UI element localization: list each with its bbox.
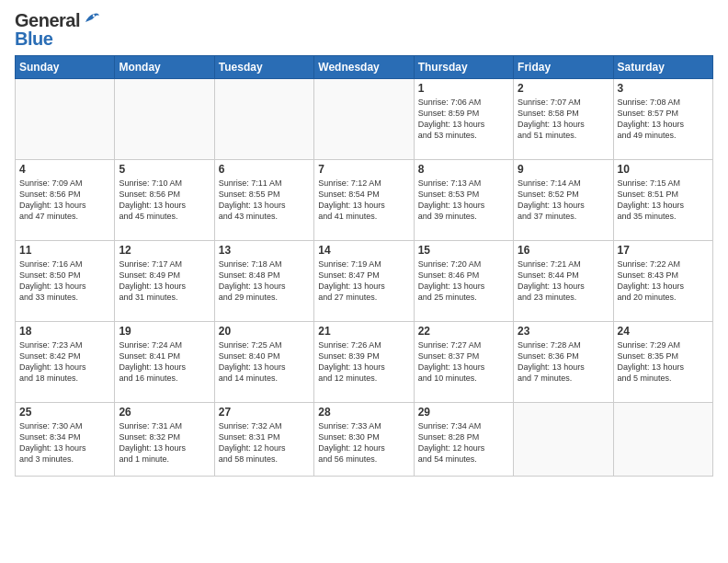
logo-bird-icon <box>83 11 99 28</box>
day-info: Sunrise: 7:16 AM Sunset: 8:50 PM Dayligh… <box>19 259 110 304</box>
calendar-cell: 10Sunrise: 7:15 AM Sunset: 8:51 PM Dayli… <box>613 160 712 241</box>
day-info: Sunrise: 7:19 AM Sunset: 8:47 PM Dayligh… <box>318 259 409 304</box>
calendar-cell: 18Sunrise: 7:23 AM Sunset: 8:42 PM Dayli… <box>16 322 115 403</box>
calendar-cell: 2Sunrise: 7:07 AM Sunset: 8:58 PM Daylig… <box>514 79 613 160</box>
day-number: 5 <box>119 163 210 176</box>
day-info: Sunrise: 7:21 AM Sunset: 8:44 PM Dayligh… <box>518 259 609 304</box>
day-info: Sunrise: 7:09 AM Sunset: 8:56 PM Dayligh… <box>19 178 110 223</box>
calendar-cell: 22Sunrise: 7:27 AM Sunset: 8:37 PM Dayli… <box>414 322 513 403</box>
day-number: 24 <box>618 325 709 338</box>
calendar-cell: 13Sunrise: 7:18 AM Sunset: 8:48 PM Dayli… <box>214 241 313 322</box>
day-number: 29 <box>418 406 509 419</box>
day-number: 28 <box>318 406 409 419</box>
header-friday: Friday <box>514 56 613 79</box>
day-info: Sunrise: 7:25 AM Sunset: 8:40 PM Dayligh… <box>219 339 310 385</box>
day-number: 18 <box>19 325 110 338</box>
calendar-cell <box>115 79 214 160</box>
day-info: Sunrise: 7:33 AM Sunset: 8:30 PM Dayligh… <box>318 420 409 465</box>
day-info: Sunrise: 7:22 AM Sunset: 8:43 PM Dayligh… <box>618 259 709 304</box>
calendar-cell: 11Sunrise: 7:16 AM Sunset: 8:50 PM Dayli… <box>16 241 115 322</box>
calendar-cell: 16Sunrise: 7:21 AM Sunset: 8:44 PM Dayli… <box>514 241 613 322</box>
day-info: Sunrise: 7:20 AM Sunset: 8:46 PM Dayligh… <box>418 259 509 304</box>
calendar-cell: 8Sunrise: 7:13 AM Sunset: 8:53 PM Daylig… <box>414 160 513 241</box>
calendar-cell: 20Sunrise: 7:25 AM Sunset: 8:40 PM Dayli… <box>214 322 313 403</box>
day-info: Sunrise: 7:07 AM Sunset: 8:58 PM Dayligh… <box>518 97 609 142</box>
day-number: 3 <box>618 82 709 95</box>
day-info: Sunrise: 7:15 AM Sunset: 8:51 PM Dayligh… <box>618 178 709 223</box>
calendar-cell: 17Sunrise: 7:22 AM Sunset: 8:43 PM Dayli… <box>613 241 712 322</box>
logo-general: General <box>15 11 99 29</box>
week-row-4: 18Sunrise: 7:23 AM Sunset: 8:42 PM Dayli… <box>16 322 713 403</box>
calendar-cell: 26Sunrise: 7:31 AM Sunset: 8:32 PM Dayli… <box>115 403 214 477</box>
calendar-cell <box>514 403 613 477</box>
day-info: Sunrise: 7:10 AM Sunset: 8:56 PM Dayligh… <box>119 178 210 223</box>
day-info: Sunrise: 7:27 AM Sunset: 8:37 PM Dayligh… <box>418 339 509 385</box>
calendar-cell <box>613 403 712 477</box>
calendar-cell: 24Sunrise: 7:29 AM Sunset: 8:35 PM Dayli… <box>613 322 712 403</box>
page: General Blue SundayMondayTuesdayWednesda… <box>0 0 728 563</box>
day-info: Sunrise: 7:29 AM Sunset: 8:35 PM Dayligh… <box>618 339 709 385</box>
calendar-cell: 5Sunrise: 7:10 AM Sunset: 8:56 PM Daylig… <box>115 160 214 241</box>
week-row-5: 25Sunrise: 7:30 AM Sunset: 8:34 PM Dayli… <box>16 403 713 477</box>
day-info: Sunrise: 7:18 AM Sunset: 8:48 PM Dayligh… <box>219 259 310 304</box>
day-number: 16 <box>518 244 609 257</box>
logo: General Blue <box>15 11 99 48</box>
calendar-cell: 27Sunrise: 7:32 AM Sunset: 8:31 PM Dayli… <box>214 403 313 477</box>
day-number: 8 <box>418 163 509 176</box>
day-number: 12 <box>119 244 210 257</box>
day-number: 11 <box>19 244 110 257</box>
calendar-cell <box>16 79 115 160</box>
calendar-table: SundayMondayTuesdayWednesdayThursdayFrid… <box>15 55 713 477</box>
day-info: Sunrise: 7:14 AM Sunset: 8:52 PM Dayligh… <box>518 178 609 223</box>
calendar-cell: 21Sunrise: 7:26 AM Sunset: 8:39 PM Dayli… <box>314 322 414 403</box>
day-info: Sunrise: 7:31 AM Sunset: 8:32 PM Dayligh… <box>119 420 210 465</box>
day-info: Sunrise: 7:28 AM Sunset: 8:36 PM Dayligh… <box>518 339 609 385</box>
calendar-cell: 7Sunrise: 7:12 AM Sunset: 8:54 PM Daylig… <box>314 160 414 241</box>
header-saturday: Saturday <box>613 56 712 79</box>
day-number: 2 <box>518 82 609 95</box>
calendar-cell: 23Sunrise: 7:28 AM Sunset: 8:36 PM Dayli… <box>514 322 613 403</box>
header-thursday: Thursday <box>414 56 513 79</box>
day-info: Sunrise: 7:17 AM Sunset: 8:49 PM Dayligh… <box>119 259 210 304</box>
day-number: 23 <box>518 325 609 338</box>
day-number: 15 <box>418 244 509 257</box>
header: General Blue <box>15 11 713 48</box>
calendar-header-row: SundayMondayTuesdayWednesdayThursdayFrid… <box>16 56 713 79</box>
day-number: 17 <box>618 244 709 257</box>
day-number: 26 <box>119 406 210 419</box>
day-number: 25 <box>19 406 110 419</box>
week-row-1: 1Sunrise: 7:06 AM Sunset: 8:59 PM Daylig… <box>16 79 713 160</box>
logo-blue: Blue <box>15 29 99 48</box>
calendar-cell: 1Sunrise: 7:06 AM Sunset: 8:59 PM Daylig… <box>414 79 513 160</box>
calendar-cell: 12Sunrise: 7:17 AM Sunset: 8:49 PM Dayli… <box>115 241 214 322</box>
calendar-cell: 28Sunrise: 7:33 AM Sunset: 8:30 PM Dayli… <box>314 403 414 477</box>
calendar-cell: 6Sunrise: 7:11 AM Sunset: 8:55 PM Daylig… <box>214 160 313 241</box>
week-row-3: 11Sunrise: 7:16 AM Sunset: 8:50 PM Dayli… <box>16 241 713 322</box>
calendar-cell: 15Sunrise: 7:20 AM Sunset: 8:46 PM Dayli… <box>414 241 513 322</box>
day-number: 19 <box>119 325 210 338</box>
day-number: 1 <box>418 82 509 95</box>
day-number: 22 <box>418 325 509 338</box>
calendar-cell: 19Sunrise: 7:24 AM Sunset: 8:41 PM Dayli… <box>115 322 214 403</box>
calendar-cell: 25Sunrise: 7:30 AM Sunset: 8:34 PM Dayli… <box>16 403 115 477</box>
day-number: 7 <box>318 163 409 176</box>
calendar-cell <box>314 79 414 160</box>
calendar-cell: 9Sunrise: 7:14 AM Sunset: 8:52 PM Daylig… <box>514 160 613 241</box>
day-info: Sunrise: 7:24 AM Sunset: 8:41 PM Dayligh… <box>119 339 210 385</box>
day-info: Sunrise: 7:34 AM Sunset: 8:28 PM Dayligh… <box>418 420 509 465</box>
day-number: 4 <box>19 163 110 176</box>
day-info: Sunrise: 7:06 AM Sunset: 8:59 PM Dayligh… <box>418 97 509 142</box>
header-sunday: Sunday <box>16 56 115 79</box>
day-number: 13 <box>219 244 310 257</box>
week-row-2: 4Sunrise: 7:09 AM Sunset: 8:56 PM Daylig… <box>16 160 713 241</box>
day-info: Sunrise: 7:32 AM Sunset: 8:31 PM Dayligh… <box>219 420 310 465</box>
header-tuesday: Tuesday <box>214 56 313 79</box>
day-number: 21 <box>318 325 409 338</box>
day-number: 27 <box>219 406 310 419</box>
header-wednesday: Wednesday <box>314 56 414 79</box>
day-info: Sunrise: 7:12 AM Sunset: 8:54 PM Dayligh… <box>318 178 409 223</box>
day-info: Sunrise: 7:11 AM Sunset: 8:55 PM Dayligh… <box>219 178 310 223</box>
day-info: Sunrise: 7:30 AM Sunset: 8:34 PM Dayligh… <box>19 420 110 465</box>
header-monday: Monday <box>115 56 214 79</box>
calendar-cell: 4Sunrise: 7:09 AM Sunset: 8:56 PM Daylig… <box>16 160 115 241</box>
